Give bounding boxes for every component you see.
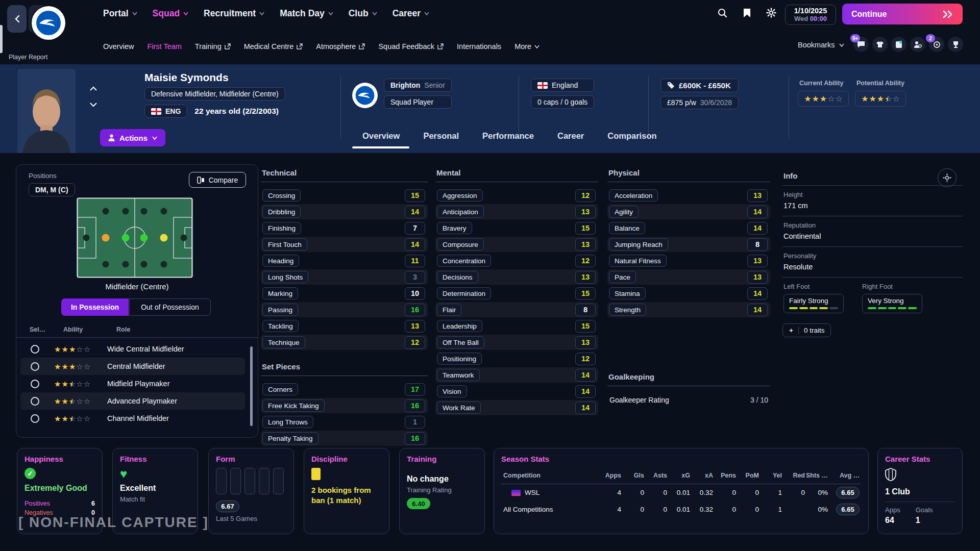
tab[interactable]: Comparison (607, 131, 656, 141)
edge-tab[interactable] (0, 25, 3, 53)
attribute-row[interactable]: Balance 14 (607, 220, 770, 236)
nav-match-day[interactable]: Match Day (280, 8, 333, 19)
subnav-first-team[interactable]: First Team (147, 42, 181, 51)
nav-squad[interactable]: Squad (153, 8, 188, 19)
nav-recruitment[interactable]: Recruitment (204, 8, 264, 19)
panel-settings-button[interactable] (938, 168, 957, 187)
settings-button[interactable] (765, 6, 778, 19)
subnav-squad-feedback[interactable]: Squad Feedback (378, 42, 444, 51)
subnav-training[interactable]: Training (195, 42, 231, 51)
form-card[interactable]: Form 6.67 Last 5 Games (208, 448, 294, 534)
nation-badge[interactable]: England (531, 79, 594, 92)
role-row[interactable]: ★★★☆☆ Central Midfielder (20, 358, 245, 375)
attribute-row[interactable]: Acceleration 13 (607, 188, 770, 203)
in-possession-toggle[interactable]: In Possession (61, 298, 129, 316)
col-ability[interactable]: Ability (63, 326, 116, 333)
subnav-more[interactable]: More (514, 42, 540, 51)
role-radio[interactable] (31, 414, 39, 423)
previous-player-button[interactable] (90, 84, 97, 93)
nav-portal[interactable]: Portal (103, 8, 137, 19)
training-card[interactable]: Training No change Training Rating 6.40 (399, 448, 485, 534)
attribute-row[interactable]: Positioning 12 (435, 351, 598, 366)
role-row[interactable]: ★★★☆☆ Wide Central Midfielder (20, 340, 245, 358)
nav-club[interactable]: Club (349, 8, 377, 19)
nav-career[interactable]: Career (393, 8, 429, 19)
attribute-row[interactable]: Decisions 13 (435, 269, 598, 285)
subnav-overview[interactable]: Overview (103, 42, 134, 51)
attribute-row[interactable]: Concentration 12 (435, 253, 598, 268)
squad-status-badge[interactable]: Squad Player (384, 95, 452, 109)
col-sel[interactable]: Sel… (30, 326, 63, 333)
continue-button[interactable]: Continue (842, 4, 963, 24)
bookmarks-dropdown[interactable]: Bookmarks (798, 41, 844, 49)
player-position-badge[interactable]: Defensive Midfielder, Midfielder (Centre… (144, 87, 285, 101)
attribute-row[interactable]: Vision 14 (435, 384, 598, 399)
attribute-row[interactable]: Penalty Taking 16 (261, 431, 428, 446)
stats-column-header[interactable]: Apps (598, 472, 621, 479)
attribute-row[interactable]: First Touch 14 (261, 237, 428, 252)
transfer-value-badge[interactable]: £600K - £650K (660, 79, 739, 92)
attribute-row[interactable]: Agility 14 (607, 204, 770, 219)
stats-column-header[interactable]: Red (782, 472, 805, 479)
subnav-atmosphere[interactable]: Atmosphere (316, 42, 365, 51)
attribute-row[interactable]: Free Kick Taking 16 (261, 398, 428, 413)
attribute-row[interactable]: Pace 13 (607, 269, 770, 285)
stats-column-header[interactable]: Shts … (805, 472, 828, 479)
attribute-row[interactable]: Stamina 14 (607, 286, 770, 301)
club-badge[interactable]: BrightonSenior (384, 79, 452, 92)
attribute-row[interactable]: Teamwork 14 (435, 367, 598, 383)
search-button[interactable] (716, 6, 729, 19)
scouting-button[interactable] (910, 37, 925, 52)
attribute-row[interactable]: Off The Ball 13 (435, 335, 598, 350)
back-button[interactable] (7, 5, 27, 33)
game-date[interactable]: 1/10/2025 Wed 00:00 (785, 5, 836, 25)
discipline-card[interactable]: Discipline 2 bookings from ban (1 match) (304, 448, 389, 534)
attribute-row[interactable]: Aggression 12 (435, 188, 598, 203)
role-radio[interactable] (31, 380, 39, 388)
attribute-row[interactable]: Crossing 15 (261, 188, 428, 203)
compare-button[interactable]: Compare (189, 172, 246, 188)
season-stats-card[interactable]: Season Stats CompetitionAppsGlsAstsxGxAP… (494, 448, 869, 534)
bookmark-button[interactable] (740, 6, 753, 19)
tab[interactable]: Personal (423, 131, 459, 141)
attribute-row[interactable]: Finishing 7 (261, 220, 428, 236)
attribute-row[interactable]: Determination 15 (435, 286, 598, 301)
attribute-row[interactable]: Work Rate 14 (435, 400, 598, 415)
stats-column-header[interactable]: Yel (759, 472, 782, 479)
tab[interactable]: Overview (362, 131, 400, 141)
actions-button[interactable]: Actions (100, 129, 165, 146)
stats-column-header[interactable]: PoM (736, 472, 759, 479)
role-list-scrollbar[interactable] (250, 346, 253, 426)
stats-column-header[interactable]: Gls (621, 472, 644, 479)
attribute-row[interactable]: Technique 12 (261, 335, 428, 350)
role-row[interactable]: ★★☆★☆☆ Advanced Playmaker (20, 392, 245, 410)
stats-column-header[interactable]: Pens (713, 472, 736, 479)
attribute-row[interactable]: Corners 17 (261, 382, 428, 397)
role-radio[interactable] (31, 397, 39, 406)
attribute-row[interactable]: Heading 11 (261, 253, 428, 268)
tab[interactable]: Performance (482, 131, 534, 141)
stats-column-header[interactable]: xG (667, 472, 690, 479)
competitions-button[interactable] (948, 37, 963, 52)
wage-badge[interactable]: £875 p/w30/6/2028 (660, 96, 739, 109)
season-stats-row-all[interactable]: All Competitions 4 0 0 0.01 0.32 0 0 1 0… (501, 501, 861, 518)
attribute-row[interactable]: Bravery 15 (435, 220, 598, 236)
news-button[interactable]: 2 (929, 37, 944, 52)
attribute-row[interactable]: Leadership 15 (435, 318, 598, 334)
col-role[interactable]: Role (116, 326, 130, 333)
role-radio[interactable] (31, 362, 39, 371)
nationality-badge[interactable]: ENG (144, 105, 187, 118)
caps-badge[interactable]: 0 caps / 0 goals (531, 95, 594, 109)
fitness-card[interactable]: Fitness ♥ Excellent Match fit (112, 448, 198, 534)
tab[interactable]: Career (557, 131, 584, 141)
role-radio[interactable] (31, 345, 39, 354)
attribute-row[interactable]: Long Throws 1 (261, 414, 428, 430)
attribute-row[interactable]: Flair 8 (435, 302, 598, 317)
career-stats-card[interactable]: Career Stats 1 Club Apps 64 Goals 1 (877, 448, 963, 534)
role-row[interactable]: ★★☆★☆☆ Channel Midfielder (20, 410, 245, 427)
attribute-row[interactable]: Strength 14 (607, 302, 770, 317)
season-stats-row-wsl[interactable]: WSL 4 0 0 0.01 0.32 0 0 1 0 0% 6.65 (501, 484, 861, 501)
subnav-internationals[interactable]: Internationals (457, 42, 501, 51)
attribute-row[interactable]: Passing 16 (261, 302, 428, 317)
attribute-row[interactable]: Composure 13 (435, 237, 598, 252)
